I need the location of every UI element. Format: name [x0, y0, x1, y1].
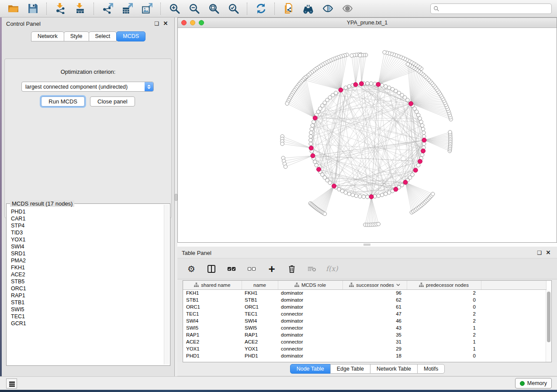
table-row[interactable]: ACE2ACE2connector311	[183, 338, 547, 345]
zoom-selected-button[interactable]	[225, 2, 241, 16]
delete-table-button[interactable]	[306, 262, 318, 275]
table-row[interactable]: FKH1FKH1dominator962	[183, 289, 547, 296]
refresh-layout-button[interactable]	[253, 2, 269, 16]
column-header-shared-name[interactable]: shared name	[183, 281, 242, 289]
tab-select[interactable]: Select	[89, 31, 117, 41]
network-window-titlebar[interactable]: YPA_prune.txt_1	[178, 18, 557, 28]
zoom-traffic-icon[interactable]	[199, 20, 204, 25]
network-canvas[interactable]	[178, 28, 557, 242]
mcds-result-item[interactable]: RAP1	[11, 292, 164, 299]
mcds-result-item[interactable]: TEC1	[11, 313, 164, 320]
eye-button[interactable]	[339, 2, 355, 16]
network-graph-svg[interactable]	[178, 28, 557, 242]
network-window: YPA_prune.txt_1	[177, 17, 557, 243]
column-header-mcds-role[interactable]: MCDS role	[278, 281, 343, 289]
table-panel-close-icon[interactable]	[544, 248, 553, 257]
import-network-button[interactable]	[52, 2, 68, 16]
tab-style[interactable]: Style	[64, 31, 89, 41]
cell-filler	[481, 303, 547, 310]
cell-filler	[481, 289, 547, 296]
deselect-all-button[interactable]	[246, 262, 258, 275]
show-columns-button[interactable]	[205, 262, 218, 275]
cell-successor-nodes: 29	[343, 345, 407, 352]
tab-motifs[interactable]: Motifs	[417, 364, 445, 374]
save-button[interactable]	[25, 2, 41, 16]
tab-network[interactable]: Network	[31, 31, 64, 41]
column-header-predecessor-nodes[interactable]: predecessor nodes	[407, 281, 481, 289]
table-row[interactable]: SWI5SWI5connector431	[183, 324, 547, 331]
add-column-button[interactable]	[266, 262, 278, 275]
minimize-traffic-icon[interactable]	[190, 20, 195, 25]
close-panel-button[interactable]: Close panel	[90, 96, 135, 107]
close-traffic-icon[interactable]	[181, 20, 187, 25]
table-row[interactable]: SWI4SWI4dominator462	[183, 317, 547, 324]
cell-successor-nodes: 46	[343, 317, 407, 324]
table-row[interactable]: YOX1YOX1connector291	[183, 345, 547, 352]
column-header-successor-nodes[interactable]: successor nodes	[343, 281, 407, 289]
mcds-result-item[interactable]: SWI5	[11, 306, 164, 313]
table-row[interactable]: TEC1TEC1connector472	[183, 310, 547, 317]
mcds-result-item[interactable]: GCR1	[11, 320, 164, 327]
tab-edge-table[interactable]: Edge Table	[330, 364, 370, 374]
horizontal-splitter-handle[interactable]	[363, 244, 370, 246]
clone-network-button[interactable]	[280, 2, 296, 16]
cell-mcds-role: dominator	[278, 296, 343, 303]
select-all-button[interactable]	[225, 262, 238, 275]
open-file-button[interactable]	[5, 2, 21, 16]
task-history-button[interactable]	[6, 378, 17, 389]
export-image-button[interactable]	[139, 2, 155, 16]
horizontal-splitter[interactable]	[177, 243, 557, 247]
mcds-result-list[interactable]: PHD1CAR1STP4TID3YOX1SWI4SRD1PMA2FKH1ACE2…	[7, 208, 164, 364]
zoom-out-button[interactable]	[186, 2, 202, 16]
table-panel-float-icon[interactable]	[535, 248, 544, 257]
mcds-result-item[interactable]: CAR1	[11, 215, 164, 222]
table-row[interactable]: PHD1PHD1dominator180	[183, 352, 547, 359]
mcds-result-item[interactable]: ACE2	[11, 271, 164, 278]
table-scrollbar[interactable]	[546, 290, 551, 362]
toolbar-separator	[93, 3, 94, 15]
mcds-result-item[interactable]: PMA2	[11, 257, 164, 264]
control-panel-float-icon[interactable]	[152, 19, 161, 28]
mcds-result-item[interactable]: SWI4	[11, 243, 164, 250]
binoculars-button[interactable]	[300, 2, 316, 16]
import-table-button[interactable]	[72, 2, 88, 16]
checked-boxes-icon	[227, 265, 236, 273]
mcds-result-item[interactable]: TID3	[11, 229, 164, 236]
zoom-fit-button[interactable]	[206, 2, 221, 16]
mcds-result-item[interactable]: STB1	[11, 299, 164, 306]
mcds-result-item[interactable]: STP4	[11, 222, 164, 229]
refresh-icon	[256, 3, 266, 14]
mcds-result-item[interactable]: STB5	[11, 278, 164, 285]
tab-node-table[interactable]: Node Table	[290, 364, 331, 374]
memory-button[interactable]: Memory	[515, 378, 552, 389]
cell-predecessor-nodes: 1	[407, 345, 481, 352]
delete-column-button[interactable]	[286, 262, 298, 275]
mcds-result-item[interactable]: FKH1	[11, 264, 164, 271]
table-panel-title: Table Panel	[182, 250, 211, 256]
search-input[interactable]	[439, 4, 549, 13]
table-row[interactable]: STB1STB1dominator620	[183, 296, 547, 303]
cell-filler	[481, 352, 547, 359]
zoom-in-button[interactable]	[166, 2, 182, 16]
tab-mcds[interactable]: MCDS	[116, 31, 145, 41]
export-table-button[interactable]	[119, 2, 135, 16]
column-header-name[interactable]: name	[242, 281, 278, 289]
control-panel-close-icon[interactable]	[161, 19, 170, 28]
tab-network-table[interactable]: Network Table	[370, 364, 418, 374]
mcds-result-scrollbar[interactable]	[164, 205, 169, 364]
function-builder-button[interactable]: f(x)	[326, 265, 338, 273]
mcds-result-item[interactable]: ORC1	[11, 285, 164, 292]
optimization-criterion-select[interactable]: largest connected component (undirected)	[21, 82, 154, 92]
table-row[interactable]: RAP1RAP1dominator352	[183, 331, 547, 338]
cell-filler	[481, 317, 547, 324]
mcds-result-item[interactable]: YOX1	[11, 236, 164, 243]
table-row[interactable]: ORC1ORC1dominator610	[183, 303, 547, 310]
mcds-result-item[interactable]: PHD1	[11, 208, 164, 215]
run-mcds-button[interactable]: Run MCDS	[41, 96, 85, 107]
table-settings-gear-icon[interactable]	[185, 262, 197, 275]
export-network-button[interactable]	[100, 2, 115, 16]
cell-predecessor-nodes: 1	[407, 338, 481, 345]
hide-visibility-button[interactable]	[320, 2, 336, 16]
mcds-result-item[interactable]: SRD1	[11, 250, 164, 257]
table-scrollbar-thumb[interactable]	[547, 292, 550, 342]
